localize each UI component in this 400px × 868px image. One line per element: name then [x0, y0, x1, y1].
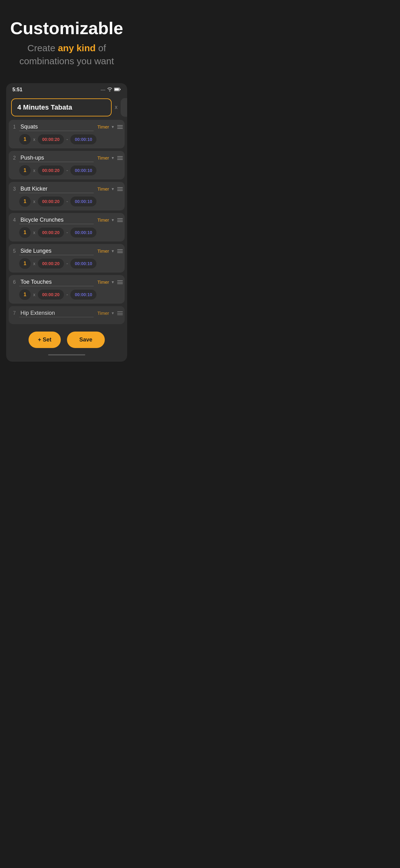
- rest-time-2[interactable]: 00:00:10: [70, 165, 96, 176]
- dropdown-arrow-5[interactable]: ▼: [111, 249, 115, 253]
- phone-mockup: 5:51 ···· x 5 1: [6, 83, 127, 362]
- reps-badge-5[interactable]: 1: [19, 258, 31, 269]
- exercise-number-5: 5: [13, 248, 19, 254]
- rest-time-4[interactable]: 00:00:10: [70, 227, 96, 238]
- drag-handle-7[interactable]: [117, 311, 123, 315]
- exercise-number-4: 4: [13, 217, 19, 223]
- exercise-timings-6: 1 x 00:00:20 - 00:00:10: [13, 289, 120, 300]
- exercise-type-2[interactable]: Timer: [97, 155, 109, 160]
- reps-badge-6[interactable]: 1: [19, 289, 31, 300]
- bottom-bar: + Set Save: [6, 327, 127, 351]
- exercise-timings-4: 1 x 00:00:20 - 00:00:10: [13, 227, 120, 238]
- drag-handle-4[interactable]: [117, 218, 123, 222]
- rounds-badge[interactable]: 5: [121, 98, 127, 117]
- timing-x-2: x: [33, 168, 35, 173]
- timing-sep-1: -: [66, 136, 68, 142]
- subtitle-start: Create: [27, 43, 58, 53]
- exercise-timings-5: 1 x 00:00:20 - 00:00:10: [13, 258, 120, 269]
- exercise-number-7: 7: [13, 310, 19, 316]
- timing-x-6: x: [33, 292, 35, 297]
- rest-time-3[interactable]: 00:00:10: [70, 196, 96, 207]
- exercise-type-7[interactable]: Timer: [97, 310, 109, 316]
- timing-x-5: x: [33, 261, 35, 266]
- timing-x-3: x: [33, 199, 35, 204]
- drag-handle-3[interactable]: [117, 187, 123, 191]
- exercise-header-5: 5 Timer ▼: [13, 247, 120, 255]
- exercise-name-field-3[interactable]: [19, 185, 94, 193]
- exercise-header-4: 4 Timer ▼: [13, 216, 120, 224]
- status-bar: 5:51 ····: [6, 83, 127, 95]
- active-time-3[interactable]: 00:00:20: [38, 196, 64, 207]
- exercise-number-1: 1: [13, 124, 19, 130]
- hero-subtitle: Create any kind of combinations you want: [9, 41, 124, 68]
- exercise-item-7: 7 Timer ▼: [9, 306, 125, 324]
- battery-icon: [114, 87, 121, 92]
- reps-badge-4[interactable]: 1: [19, 227, 31, 238]
- timing-x-1: x: [33, 137, 35, 142]
- rest-time-1[interactable]: 00:00:10: [70, 134, 96, 144]
- exercise-item-5: 5 Timer ▼ 1 x 00:00:20 - 00:00:10: [9, 244, 125, 273]
- reps-badge-1[interactable]: 1: [19, 134, 31, 145]
- exercise-name-field-6[interactable]: [19, 278, 94, 286]
- exercise-type-4[interactable]: Timer: [97, 217, 109, 223]
- exercise-item-6: 6 Timer ▼ 1 x 00:00:20 - 00:00:10: [9, 275, 125, 304]
- exercise-type-5[interactable]: Timer: [97, 248, 109, 254]
- dropdown-arrow-3[interactable]: ▼: [111, 187, 115, 191]
- exercise-name-field-5[interactable]: [19, 247, 94, 255]
- drag-handle-5[interactable]: [117, 249, 123, 253]
- exercise-timings-1: 1 x 00:00:20 - 00:00:10: [13, 134, 120, 145]
- status-icons: ····: [100, 87, 121, 92]
- exercise-header-1: 1 Timer ▼: [13, 123, 120, 131]
- exercise-type-3[interactable]: Timer: [97, 186, 109, 191]
- dropdown-arrow-4[interactable]: ▼: [111, 218, 115, 222]
- exercise-item-1: 1 Timer ▼ 1 x 00:00:20 - 00:00:10: [9, 120, 125, 148]
- exercise-name-field-4[interactable]: [19, 216, 94, 224]
- exercise-header-3: 3 Timer ▼: [13, 185, 120, 193]
- active-time-1[interactable]: 00:00:20: [38, 134, 64, 144]
- hero-section: Customizable Create any kind of combinat…: [0, 0, 133, 77]
- timing-sep-5: -: [66, 261, 68, 266]
- reps-badge-3[interactable]: 1: [19, 196, 31, 207]
- drag-handle-1[interactable]: [117, 125, 123, 129]
- exercise-header-7: 7 Timer ▼: [13, 309, 120, 317]
- timing-x-4: x: [33, 230, 35, 235]
- active-time-2[interactable]: 00:00:20: [38, 165, 64, 176]
- timing-sep-2: -: [66, 168, 68, 173]
- workout-name-row: x 5: [6, 95, 127, 120]
- dropdown-arrow-7[interactable]: ▼: [111, 311, 115, 315]
- exercise-timings-2: 1 x 00:00:20 - 00:00:10: [13, 165, 120, 176]
- save-button[interactable]: Save: [67, 332, 105, 348]
- active-time-6[interactable]: 00:00:20: [38, 290, 64, 300]
- exercise-type-6[interactable]: Timer: [97, 279, 109, 285]
- exercise-name-field-2[interactable]: [19, 154, 94, 162]
- exercise-item-3: 3 Timer ▼ 1 x 00:00:20 - 00:00:10: [9, 182, 125, 211]
- exercise-item-4: 4 Timer ▼ 1 x 00:00:20 - 00:00:10: [9, 213, 125, 242]
- dropdown-arrow-6[interactable]: ▼: [111, 280, 115, 284]
- timing-sep-6: -: [66, 292, 68, 298]
- svg-rect-1: [115, 88, 119, 90]
- reps-badge-2[interactable]: 1: [19, 165, 31, 176]
- exercise-timings-3: 1 x 00:00:20 - 00:00:10: [13, 196, 120, 207]
- active-time-5[interactable]: 00:00:20: [38, 258, 64, 269]
- dropdown-arrow-2[interactable]: ▼: [111, 156, 115, 160]
- exercise-number-2: 2: [13, 155, 19, 161]
- rest-time-6[interactable]: 00:00:10: [70, 290, 96, 300]
- timing-sep-3: -: [66, 199, 68, 204]
- add-set-button[interactable]: + Set: [29, 332, 61, 348]
- exercise-list: 1 Timer ▼ 1 x 00:00:20 - 00:00:10 2 Time…: [6, 120, 127, 324]
- exercise-name-field-7[interactable]: [19, 309, 94, 317]
- timing-sep-4: -: [66, 230, 68, 235]
- exercise-number-3: 3: [13, 186, 19, 192]
- exercise-header-6: 6 Timer ▼: [13, 278, 120, 286]
- exercise-name-field-1[interactable]: [19, 123, 94, 131]
- drag-handle-6[interactable]: [117, 280, 123, 284]
- workout-name-input[interactable]: [11, 98, 112, 116]
- drag-handle-2[interactable]: [117, 156, 123, 160]
- signal-icon: ····: [100, 87, 105, 92]
- exercise-header-2: 2 Timer ▼: [13, 154, 120, 162]
- rest-time-5[interactable]: 00:00:10: [70, 258, 96, 269]
- active-time-4[interactable]: 00:00:20: [38, 227, 64, 238]
- exercise-type-1[interactable]: Timer: [97, 124, 109, 129]
- dropdown-arrow-1[interactable]: ▼: [111, 125, 115, 129]
- status-time: 5:51: [12, 87, 22, 93]
